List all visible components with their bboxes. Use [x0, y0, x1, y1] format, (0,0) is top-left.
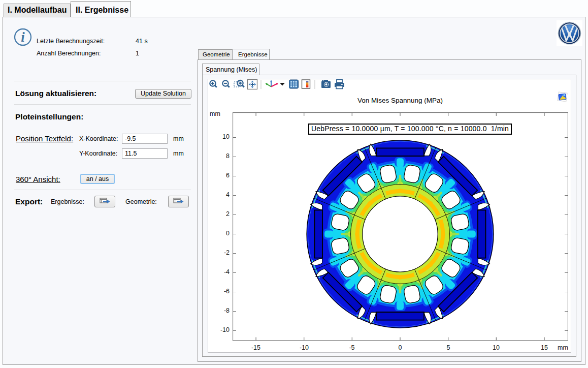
svg-text:i: i	[21, 29, 25, 45]
